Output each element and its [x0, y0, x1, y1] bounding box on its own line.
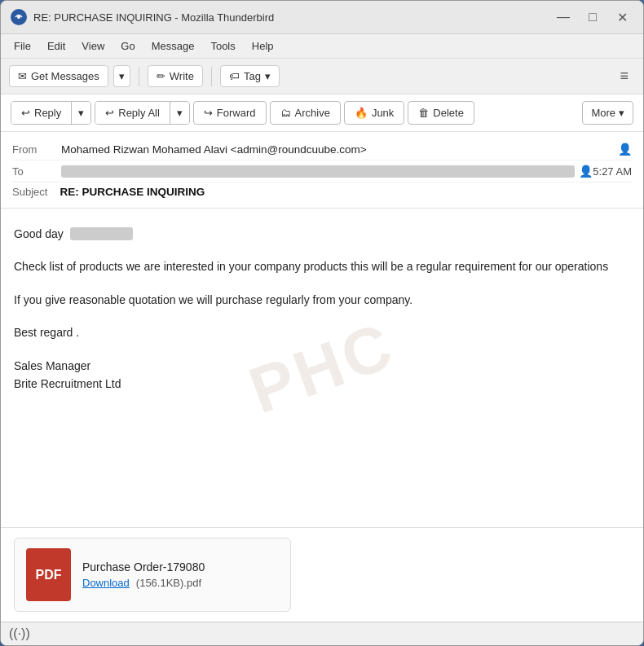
subject-value: RE: PURCHASE INQUIRING — [60, 186, 205, 198]
main-toolbar: ✉ Get Messages ▾ ✏ Write 🏷 Tag ▾ ≡ — [1, 59, 643, 94]
more-button[interactable]: More ▾ — [582, 101, 633, 125]
menu-file[interactable]: File — [7, 37, 37, 55]
get-messages-dropdown[interactable]: ▾ — [113, 65, 130, 87]
attachment-area: PDF Purchase Order-179080 Download (156.… — [1, 527, 643, 622]
tag-icon: 🏷 — [229, 70, 240, 82]
delete-icon: 🗑 — [418, 107, 429, 119]
body-paragraph-1: Check list of products we are interested… — [14, 257, 630, 275]
attachment-card: PDF Purchase Order-179080 Download (156.… — [14, 538, 291, 612]
reply-chevron-icon: ▾ — [78, 107, 84, 119]
archive-icon: 🗂 — [280, 107, 291, 119]
junk-icon: 🔥 — [355, 107, 368, 119]
action-toolbar: ↩ Reply ▾ ↩ Reply All ▾ ↪ Forward 🗂 Arch… — [1, 94, 643, 132]
delete-button[interactable]: 🗑 Delete — [408, 101, 474, 125]
attachment-info: Purchase Order-179080 Download (156.1KB)… — [82, 560, 205, 589]
to-field: To 👤 5:27 AM — [12, 160, 632, 182]
attachment-actions: Download (156.1KB).pdf — [82, 577, 205, 589]
menu-view[interactable]: View — [75, 37, 111, 55]
signature-line-2: Brite Recruitment Ltd — [14, 375, 630, 393]
to-value — [61, 165, 575, 178]
reply-all-dropdown-button[interactable]: ▾ — [170, 102, 189, 124]
email-body: PHC Good day Check list of products we a… — [1, 209, 643, 527]
window-controls: — □ ✕ — [552, 7, 633, 27]
attachment-size: (156.1KB).pdf — [136, 577, 201, 589]
attachment-filename: Purchase Order-179080 — [82, 560, 205, 573]
email-content: Good day Check list of products we are i… — [14, 225, 630, 393]
menu-help[interactable]: Help — [245, 37, 280, 55]
recipient-name — [70, 227, 134, 240]
get-messages-button[interactable]: ✉ Get Messages — [9, 65, 108, 87]
from-privacy-icon[interactable]: 👤 — [617, 142, 632, 156]
download-link[interactable]: Download — [82, 577, 130, 589]
reply-button[interactable]: ↩ Reply — [11, 102, 72, 124]
body-paragraph-2: If you give reasonable quotation we will… — [14, 291, 630, 309]
tag-chevron-icon: ▾ — [265, 70, 271, 82]
status-bar: ((·)) — [1, 622, 643, 645]
reply-all-icon: ↩ — [105, 107, 114, 119]
more-chevron-icon: ▾ — [619, 107, 624, 119]
subject-label: Subject — [12, 186, 47, 198]
signature-line-1: Sales Manager — [14, 357, 630, 375]
reply-all-chevron-icon: ▾ — [177, 107, 183, 119]
reply-icon: ↩ — [21, 107, 30, 119]
maximize-button[interactable]: □ — [581, 7, 604, 27]
thunderbird-window: RE: PURCHASE INQUIRING - Mozilla Thunder… — [0, 0, 644, 646]
minimize-button[interactable]: — — [552, 7, 575, 27]
toolbar-divider-2 — [211, 67, 212, 86]
reply-group: ↩ Reply ▾ — [11, 101, 91, 125]
junk-button[interactable]: 🔥 Junk — [344, 101, 404, 125]
subject-field: Subject RE: PURCHASE INQUIRING — [12, 182, 632, 201]
from-value: Mohamed Rizwan Mohamed Alavi <admin@roun… — [61, 143, 614, 156]
hamburger-menu-button[interactable]: ≡ — [613, 64, 635, 89]
get-messages-icon: ✉ — [18, 70, 27, 82]
tag-button[interactable]: 🏷 Tag ▾ — [220, 65, 280, 87]
closing-text: Best regard . — [14, 323, 630, 341]
forward-button[interactable]: ↪ Forward — [193, 101, 267, 125]
write-button[interactable]: ✏ Write — [148, 65, 203, 87]
write-icon: ✏ — [157, 70, 165, 82]
app-icon — [11, 9, 27, 25]
email-time: 5:27 AM — [593, 165, 632, 178]
from-label: From — [12, 143, 61, 156]
menu-bar: File Edit View Go Message Tools Help — [1, 34, 643, 59]
wifi-icon: ((·)) — [9, 626, 30, 641]
svg-point-1 — [17, 15, 20, 19]
menu-go[interactable]: Go — [114, 37, 141, 55]
greeting-paragraph: Good day — [14, 225, 630, 243]
archive-button[interactable]: 🗂 Archive — [270, 101, 341, 125]
chevron-down-icon: ▾ — [119, 70, 125, 82]
window-title: RE: PURCHASE INQUIRING - Mozilla Thunder… — [33, 11, 274, 24]
to-privacy-icon[interactable]: 👤 — [578, 164, 593, 178]
email-header: From Mohamed Rizwan Mohamed Alavi <admin… — [1, 132, 643, 209]
reply-all-group: ↩ Reply All ▾ — [95, 101, 190, 125]
greeting-text: Good day — [14, 227, 64, 240]
title-bar: RE: PURCHASE INQUIRING - Mozilla Thunder… — [1, 1, 643, 34]
to-label: To — [12, 165, 61, 178]
menu-tools[interactable]: Tools — [204, 37, 241, 55]
menu-edit[interactable]: Edit — [41, 37, 72, 55]
close-button[interactable]: ✕ — [611, 7, 633, 27]
toolbar-divider — [139, 67, 139, 86]
menu-message[interactable]: Message — [145, 37, 201, 55]
reply-all-button[interactable]: ↩ Reply All — [95, 102, 170, 124]
forward-icon: ↪ — [204, 107, 213, 119]
reply-dropdown-button[interactable]: ▾ — [72, 102, 90, 124]
pdf-icon: PDF — [26, 548, 71, 601]
title-bar-left: RE: PURCHASE INQUIRING - Mozilla Thunder… — [11, 9, 274, 25]
from-field: From Mohamed Rizwan Mohamed Alavi <admin… — [12, 138, 632, 160]
